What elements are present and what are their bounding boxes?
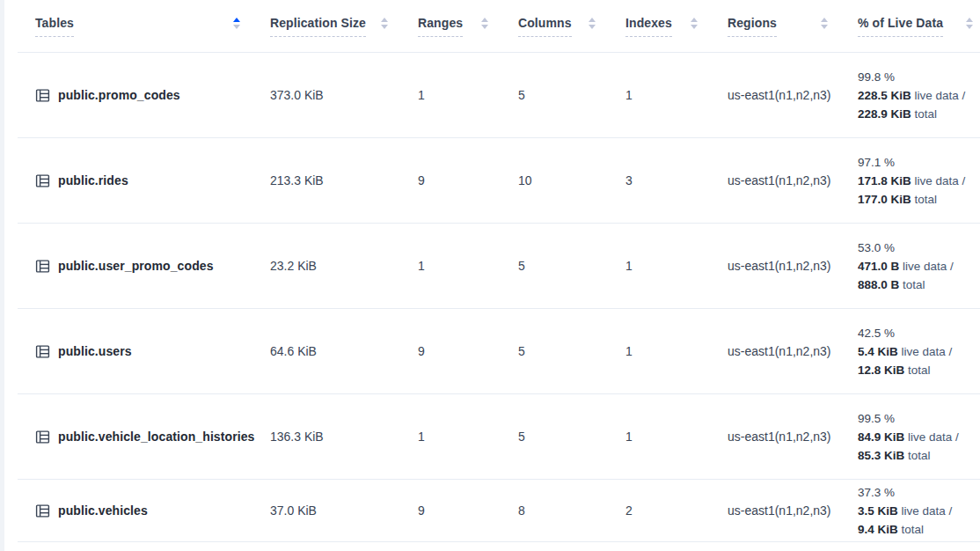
table-row: public.vehicle_location_histories 136.3 … bbox=[18, 394, 980, 480]
table-row: public.promo_codes 373.0 KiB 1 5 1 us-ea… bbox=[18, 53, 980, 138]
table-name-cell[interactable]: public.promo_codes bbox=[18, 53, 270, 137]
column-header[interactable]: Ranges bbox=[418, 0, 518, 52]
columns-cell: 5 bbox=[518, 224, 625, 308]
table-name-cell[interactable]: public.rides bbox=[18, 138, 270, 223]
table-name-cell[interactable]: public.user_promo_codes bbox=[18, 224, 270, 308]
indexes-cell: 1 bbox=[625, 309, 728, 393]
table-row: public.rides 213.3 KiB 9 10 3 us-east1(n… bbox=[18, 138, 980, 224]
ranges-cell: 9 bbox=[418, 480, 518, 541]
column-header[interactable]: Columns bbox=[518, 0, 625, 52]
columns-cell: 5 bbox=[518, 53, 625, 137]
sort-down-arrow-icon bbox=[233, 25, 240, 29]
table-name: public.rides bbox=[58, 173, 128, 187]
table-icon bbox=[35, 344, 50, 359]
sort-arrows-icon[interactable] bbox=[481, 18, 488, 29]
table-row: public.users 64.6 KiB 9 5 1 us-east1(n1,… bbox=[18, 309, 980, 394]
total-data-amount-line: 177.0 KiB total bbox=[858, 190, 937, 209]
live-data-amount-line: 228.5 KiB live data / bbox=[858, 86, 965, 105]
live-data-percent: 97.1 % bbox=[858, 153, 895, 172]
live-data-cell: 99.5 % 84.9 KiB live data / 85.3 KiB tot… bbox=[858, 394, 980, 479]
sort-up-arrow-icon bbox=[481, 18, 488, 22]
ranges-cell: 1 bbox=[418, 224, 518, 308]
column-header[interactable]: Tables bbox=[18, 0, 270, 52]
columns-cell: 5 bbox=[518, 394, 625, 479]
live-data-percent: 99.5 % bbox=[858, 409, 895, 428]
sort-down-arrow-icon bbox=[966, 25, 973, 29]
live-data-cell: 97.1 % 171.8 KiB live data / 177.0 KiB t… bbox=[858, 138, 980, 223]
column-header-label: Indexes bbox=[625, 16, 672, 37]
live-data-cell: 42.5 % 5.4 KiB live data / 12.8 KiB tota… bbox=[858, 309, 980, 393]
table-name: public.vehicles bbox=[58, 503, 148, 518]
total-data-amount-line: 12.8 KiB total bbox=[858, 361, 931, 379]
sort-arrows-icon[interactable] bbox=[821, 18, 828, 29]
table-body: public.promo_codes 373.0 KiB 1 5 1 us-ea… bbox=[18, 53, 980, 542]
live-data-amount-line: 84.9 KiB live data / bbox=[858, 428, 959, 446]
sort-arrows-icon[interactable] bbox=[966, 18, 973, 29]
columns-cell: 8 bbox=[518, 480, 625, 541]
live-data-percent: 37.3 % bbox=[858, 483, 895, 502]
regions-cell: us-east1(n1,n2,n3) bbox=[728, 480, 858, 541]
table-icon bbox=[35, 259, 50, 274]
sort-up-arrow-icon bbox=[821, 18, 828, 22]
replication-size-cell: 64.6 KiB bbox=[270, 309, 418, 393]
regions-cell: us-east1(n1,n2,n3) bbox=[728, 138, 858, 223]
replication-size-cell: 136.3 KiB bbox=[270, 394, 418, 479]
sort-down-arrow-icon bbox=[589, 25, 596, 29]
table-icon bbox=[35, 88, 50, 103]
live-data-amount-line: 171.8 KiB live data / bbox=[858, 172, 965, 190]
sort-arrows-icon[interactable] bbox=[381, 18, 388, 29]
replication-size-cell: 37.0 KiB bbox=[270, 480, 418, 541]
indexes-cell: 2 bbox=[625, 480, 728, 541]
table-icon bbox=[35, 503, 50, 518]
sort-up-arrow-icon bbox=[589, 18, 596, 22]
live-data-percent: 42.5 % bbox=[858, 324, 895, 342]
regions-cell: us-east1(n1,n2,n3) bbox=[728, 309, 858, 393]
column-header[interactable]: Indexes bbox=[625, 0, 728, 52]
ranges-cell: 9 bbox=[418, 138, 518, 223]
table-name: public.user_promo_codes bbox=[58, 259, 214, 273]
table-name-cell[interactable]: public.vehicles bbox=[18, 480, 270, 541]
column-header[interactable]: Replication Size bbox=[270, 0, 418, 52]
table-row: public.user_promo_codes 23.2 KiB 1 5 1 u… bbox=[18, 224, 980, 309]
table-name-cell[interactable]: public.users bbox=[18, 309, 270, 393]
replication-size-cell: 373.0 KiB bbox=[270, 53, 418, 137]
table-icon bbox=[35, 173, 50, 188]
table-name: public.users bbox=[58, 344, 132, 358]
sort-down-arrow-icon bbox=[481, 25, 488, 29]
sort-up-arrow-icon bbox=[691, 18, 698, 22]
column-header-label: Ranges bbox=[418, 16, 463, 37]
ranges-cell: 1 bbox=[418, 53, 518, 137]
live-data-percent: 99.8 % bbox=[858, 68, 895, 86]
table-name-cell[interactable]: public.vehicle_location_histories bbox=[18, 394, 270, 479]
sort-arrows-icon[interactable] bbox=[589, 18, 596, 29]
sort-arrows-icon[interactable] bbox=[691, 18, 698, 29]
table-row: public.vehicles 37.0 KiB 9 8 2 us-east1(… bbox=[18, 480, 980, 542]
replication-size-cell: 23.2 KiB bbox=[270, 224, 418, 308]
table-name: public.vehicle_location_histories bbox=[58, 430, 254, 444]
sort-down-arrow-icon bbox=[821, 25, 828, 29]
column-header-label: Columns bbox=[518, 16, 572, 37]
columns-cell: 10 bbox=[518, 138, 625, 223]
total-data-amount-line: 85.3 KiB total bbox=[858, 446, 931, 465]
total-data-amount-line: 228.9 KiB total bbox=[858, 105, 937, 123]
sort-arrows-icon[interactable] bbox=[233, 18, 240, 29]
live-data-amount-line: 5.4 KiB live data / bbox=[858, 342, 952, 361]
sort-up-arrow-icon bbox=[233, 18, 240, 22]
indexes-cell: 1 bbox=[625, 53, 728, 137]
live-data-amount-line: 3.5 KiB live data / bbox=[858, 502, 952, 520]
regions-cell: us-east1(n1,n2,n3) bbox=[728, 224, 858, 308]
sort-down-arrow-icon bbox=[691, 25, 698, 29]
regions-cell: us-east1(n1,n2,n3) bbox=[728, 394, 858, 479]
regions-cell: us-east1(n1,n2,n3) bbox=[728, 53, 858, 137]
live-data-cell: 99.8 % 228.5 KiB live data / 228.9 KiB t… bbox=[858, 53, 980, 137]
sort-up-arrow-icon bbox=[966, 18, 973, 22]
table-icon bbox=[35, 430, 50, 444]
indexes-cell: 3 bbox=[625, 138, 728, 223]
live-data-cell: 53.0 % 471.0 B live data / 888.0 B total bbox=[858, 224, 980, 308]
column-header[interactable]: Regions bbox=[728, 0, 858, 52]
live-data-cell: 37.3 % 3.5 KiB live data / 9.4 KiB total bbox=[858, 480, 980, 541]
column-header-label: Tables bbox=[35, 16, 74, 37]
ranges-cell: 9 bbox=[418, 309, 518, 393]
table-name: public.promo_codes bbox=[58, 88, 180, 102]
column-header[interactable]: % of Live Data bbox=[858, 0, 980, 52]
